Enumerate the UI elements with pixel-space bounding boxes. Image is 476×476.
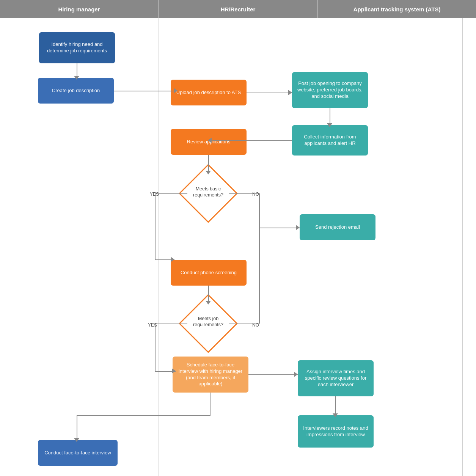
no-label-job: NO [252, 322, 259, 328]
upload-jd-box: Upload job description to ATS [171, 80, 247, 105]
send-rejection-box: Send rejection email [300, 214, 375, 240]
diagram-container: Hiring manager HR/Recruiter Applicant tr… [0, 0, 476, 476]
arrowhead-yes2 [172, 368, 176, 374]
arrowhead-assign-record [333, 413, 338, 417]
arrowhead-conduct [74, 438, 79, 442]
arrow-post-collect [330, 108, 330, 125]
yes-label-job: YES [148, 322, 157, 328]
arrowhead-collect-review [208, 138, 212, 143]
arrow-yes-left [155, 193, 187, 194]
arrow-review-diamond [208, 155, 209, 173]
conduct-phone-box: Conduct phone screening [171, 260, 247, 286]
arrow-no2-v1 [259, 228, 260, 324]
yes-label-basic: YES [150, 192, 159, 197]
arrow-phone-diamond [208, 286, 209, 303]
arrow-schedule-down [211, 393, 211, 415]
arrowhead-schedule-assign [294, 372, 298, 377]
arrowhead-identify-create [74, 76, 79, 80]
create-job-desc-box: Create job description [38, 78, 114, 104]
arrow-schedule-conduct [77, 415, 77, 440]
identify-hiring-box: Identify hiring need and determine job r… [39, 32, 115, 63]
arrow-yes2-left [155, 324, 187, 324]
arrow-schedule-assign [248, 374, 298, 375]
arrow-yes2-down [155, 324, 156, 371]
arrowhead-create-upload [174, 88, 178, 93]
arrowhead-yes [171, 257, 174, 262]
arrowhead-no [296, 225, 300, 230]
post-job-box: Post job opening to company website, pre… [292, 72, 368, 108]
conduct-face-box: Conduct face-to-face interview [38, 440, 118, 466]
assign-interview-box: Assign interview times and specific revi… [298, 360, 374, 396]
arrow-upload-post [247, 93, 292, 93]
arrowhead-upload-post [288, 90, 292, 95]
no-label-basic: NO [252, 192, 259, 197]
schedule-interview-box: Schedule face-to-face interview with hir… [173, 357, 248, 393]
arrow-assign-record [335, 396, 336, 415]
arrowhead-phone-diamond [206, 301, 211, 305]
header-col3: Applicant tracking system (ATS) [318, 0, 476, 18]
header-col2: HR/Recruiter [159, 0, 318, 18]
arrowhead-post-collect [327, 123, 332, 127]
arrowhead-review-diamond [206, 171, 211, 174]
arrow-no-v1 [259, 193, 260, 228]
arrow-yes-down [155, 193, 156, 260]
header-col1: Hiring manager [0, 0, 159, 18]
interviewers-record-box: Interviewers record notes and impression… [298, 415, 374, 448]
arrow-schedule-left [77, 415, 211, 416]
arrow-collect-review [212, 140, 292, 141]
arrow-create-upload [114, 91, 178, 91]
swimlane-header: Hiring manager HR/Recruiter Applicant tr… [0, 0, 476, 18]
collect-info-box: Collect information from applicants and … [292, 125, 368, 156]
arrow-no-h2 [259, 228, 300, 228]
